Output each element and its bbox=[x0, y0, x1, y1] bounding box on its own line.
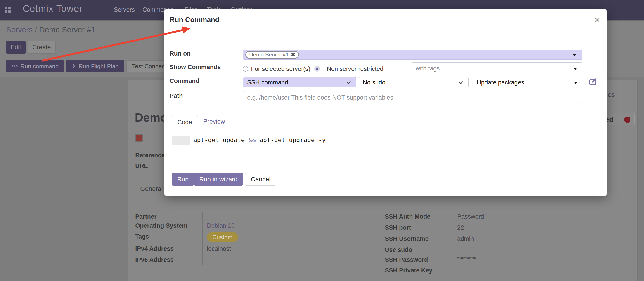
dropdown-caret-icon bbox=[573, 67, 577, 70]
breadcrumb-separator: / bbox=[32, 25, 39, 34]
right-column-separator bbox=[453, 211, 453, 277]
field-label: SSH Password bbox=[385, 256, 428, 263]
code-editor-line[interactable]: apt-get update && apt-get upgrade -y bbox=[193, 136, 326, 143]
run-on-label: Run on bbox=[170, 50, 190, 57]
code-line-number: 1 bbox=[172, 136, 190, 145]
show-commands-label: Show Commands bbox=[170, 64, 221, 71]
smart-button-text-fragment[interactable]: es bbox=[608, 91, 615, 98]
select-chevron-icon bbox=[346, 79, 351, 84]
cancel-button[interactable]: Cancel bbox=[245, 173, 276, 186]
command-label: Command bbox=[170, 77, 200, 84]
field-label: SSH Username bbox=[385, 235, 429, 242]
form-group-hline bbox=[239, 108, 583, 108]
run-on-field[interactable]: Demo Server #1 ✖ bbox=[243, 50, 582, 60]
tab-preview[interactable]: Preview bbox=[203, 118, 225, 125]
field-value: 22 bbox=[457, 224, 464, 231]
field-value: Password bbox=[457, 213, 484, 220]
field-value: ******** bbox=[457, 256, 476, 263]
breadcrumb-link-servers[interactable]: Servers bbox=[6, 25, 32, 34]
reference-label: Reference bbox=[135, 152, 165, 159]
notebook-bottom-line bbox=[128, 198, 638, 198]
radio-label[interactable]: Non server restricted bbox=[327, 65, 384, 72]
run-button[interactable]: Run bbox=[172, 173, 194, 186]
field-value-link[interactable]: Debian 10 bbox=[207, 222, 235, 229]
radio-non-server-restricted[interactable] bbox=[314, 66, 320, 72]
field-label: SSH Private Key bbox=[385, 267, 432, 274]
field-label: IPv4 Address bbox=[135, 245, 174, 252]
form-group-vline bbox=[239, 47, 239, 108]
nav-item-servers[interactable]: Servers bbox=[114, 6, 135, 13]
url-label: URL bbox=[135, 162, 148, 169]
run-command-modal: Run Command ✕ Run on Demo Server #1 ✖ Sh… bbox=[164, 9, 607, 196]
server-tag-pill[interactable]: Demo Server #1 ✖ bbox=[245, 51, 299, 58]
with-tags-dropdown[interactable]: with tags bbox=[412, 62, 582, 74]
command-combobox[interactable]: Update packages bbox=[473, 77, 582, 87]
create-button[interactable]: Create bbox=[28, 41, 56, 54]
plane-icon: ✈ bbox=[72, 63, 76, 70]
external-link-icon[interactable] bbox=[588, 77, 597, 86]
command-type-select[interactable]: SSH command bbox=[243, 77, 356, 87]
breadcrumb-current: Demo Server #1 bbox=[39, 25, 96, 34]
edit-button[interactable]: Edit bbox=[6, 41, 26, 54]
run-command-button[interactable]: </> Run command bbox=[6, 60, 64, 72]
sudo-select[interactable]: No sudo bbox=[359, 77, 468, 87]
modal-header-divider bbox=[164, 31, 607, 31]
close-icon[interactable]: ✕ bbox=[594, 16, 600, 24]
apps-grid-icon[interactable] bbox=[4, 7, 11, 13]
radio-label[interactable]: For selected server(s) bbox=[251, 65, 310, 72]
select-chevron-icon bbox=[458, 79, 463, 84]
field-label: Partner bbox=[135, 213, 157, 220]
radio-for-selected-servers[interactable] bbox=[243, 66, 248, 72]
dropdown-caret-icon[interactable] bbox=[572, 54, 576, 56]
server-color-swatch[interactable] bbox=[135, 134, 143, 142]
editor-cursor bbox=[191, 136, 191, 145]
field-label: IPv6 Address bbox=[135, 256, 174, 263]
brand-title: Cetmix Tower bbox=[22, 3, 83, 14]
field-value: admin bbox=[457, 235, 474, 242]
path-label: Path bbox=[170, 92, 183, 99]
tabs-underline bbox=[172, 129, 599, 129]
tab-general[interactable]: General bbox=[140, 185, 163, 192]
field-label: Use sudo bbox=[385, 247, 412, 254]
text-cursor bbox=[525, 79, 525, 86]
code-slash-icon: </> bbox=[11, 63, 18, 69]
breadcrumb: Servers/Demo Server #1 bbox=[6, 25, 95, 34]
remove-tag-icon[interactable]: ✖ bbox=[291, 52, 295, 58]
field-label: SSH Auth Mode bbox=[385, 213, 430, 220]
modal-title: Run Command bbox=[170, 16, 219, 24]
run-flight-plan-button[interactable]: ✈ Run Flight Plan bbox=[66, 60, 124, 72]
field-value: localhost bbox=[207, 245, 231, 252]
field-label: Operating System bbox=[135, 222, 188, 229]
tag-badge: Custom bbox=[207, 232, 238, 242]
path-input[interactable]: e.g. /home/user This field does NOT supp… bbox=[243, 91, 582, 104]
field-label: Tags bbox=[135, 233, 149, 240]
tab-code[interactable]: Code bbox=[172, 115, 198, 129]
dropdown-caret-icon bbox=[574, 81, 578, 84]
field-label: SSH port bbox=[385, 224, 411, 231]
status-dot-icon bbox=[624, 117, 630, 123]
run-in-wizard-button[interactable]: Run in wizard bbox=[194, 173, 243, 186]
